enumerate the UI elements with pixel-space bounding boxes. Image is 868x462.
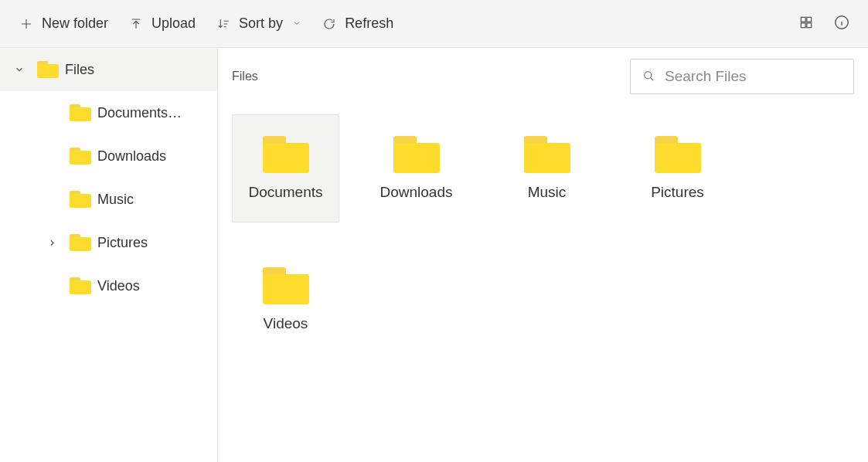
search-input[interactable] — [665, 68, 848, 85]
sidebar-item-videos[interactable]: Videos — [0, 264, 217, 307]
folder-icon — [70, 191, 91, 208]
grid-item-music[interactable]: Music — [493, 114, 601, 223]
folder-icon — [70, 148, 91, 165]
upload-icon — [128, 16, 144, 32]
grid-item-label: Pictures — [651, 184, 704, 201]
folder-icon — [70, 234, 91, 251]
sidebar-item-files[interactable]: Files — [0, 48, 217, 91]
info-icon — [833, 14, 850, 33]
folder-icon — [263, 267, 309, 304]
svg-rect-2 — [801, 23, 805, 28]
sidebar-item-label: Videos — [97, 278, 140, 294]
sidebar-item-label: Documents… — [97, 105, 182, 121]
svg-rect-1 — [807, 17, 812, 22]
grid-item-label: Videos — [264, 315, 308, 332]
upload-button[interactable]: Upload — [121, 9, 203, 38]
main-pane: Files DocumentsDownloadsMusicPicturesVid… — [218, 48, 868, 462]
toolbar: New folder Upload Sort by Refresh — [0, 0, 868, 48]
folder-icon — [263, 136, 309, 173]
sidebar-item-pictures[interactable]: Pictures — [0, 221, 217, 264]
svg-rect-3 — [807, 23, 812, 28]
sidebar-item-label: Pictures — [97, 235, 148, 251]
sidebar-item-downloads[interactable]: Downloads — [0, 134, 217, 178]
folder-icon — [70, 104, 91, 121]
sidebar-item-music[interactable]: Music — [0, 178, 217, 221]
main-header: Files — [218, 48, 868, 99]
sidebar-item-label: Downloads — [97, 148, 166, 165]
sort-by-label: Sort by — [239, 15, 283, 32]
sidebar-item-documents[interactable]: Documents… — [0, 91, 217, 134]
plus-icon — [19, 16, 34, 32]
info-button[interactable] — [826, 8, 857, 39]
folder-icon — [655, 136, 701, 173]
upload-label: Upload — [151, 15, 196, 32]
svg-point-5 — [645, 71, 652, 78]
svg-rect-0 — [801, 17, 805, 22]
sort-by-button[interactable]: Sort by — [208, 9, 309, 38]
grid-icon — [798, 15, 814, 32]
breadcrumb[interactable]: Files — [232, 70, 258, 83]
svg-point-4 — [836, 16, 849, 29]
new-folder-label: New folder — [42, 15, 108, 32]
items-grid: DocumentsDownloadsMusicPicturesVideos — [218, 99, 868, 369]
grid-item-videos[interactable]: Videos — [232, 246, 339, 354]
folder-icon — [393, 136, 440, 173]
search-icon — [642, 69, 655, 85]
chevron-down-icon[interactable] — [8, 64, 31, 75]
search-box[interactable] — [630, 59, 854, 94]
chevron-right-icon[interactable] — [40, 238, 63, 248]
refresh-label: Refresh — [345, 15, 393, 32]
refresh-button[interactable]: Refresh — [314, 9, 401, 38]
sort-icon — [216, 16, 231, 32]
sidebar: Files Documents…DownloadsMusicPicturesVi… — [0, 48, 218, 462]
folder-icon — [37, 61, 59, 78]
view-grid-button[interactable] — [791, 8, 822, 39]
grid-item-documents[interactable]: Documents — [232, 114, 339, 223]
sidebar-item-label: Music — [97, 192, 134, 208]
folder-icon — [70, 277, 91, 294]
folder-icon — [524, 136, 570, 173]
sidebar-root-label: Files — [65, 62, 94, 78]
grid-item-downloads[interactable]: Downloads — [363, 114, 470, 223]
refresh-icon — [322, 16, 337, 32]
grid-item-label: Downloads — [380, 184, 453, 201]
new-folder-button[interactable]: New folder — [11, 9, 116, 38]
chevron-down-icon — [292, 15, 301, 32]
grid-item-label: Music — [528, 184, 567, 201]
grid-item-pictures[interactable]: Pictures — [624, 114, 731, 223]
grid-item-label: Documents — [248, 184, 322, 201]
